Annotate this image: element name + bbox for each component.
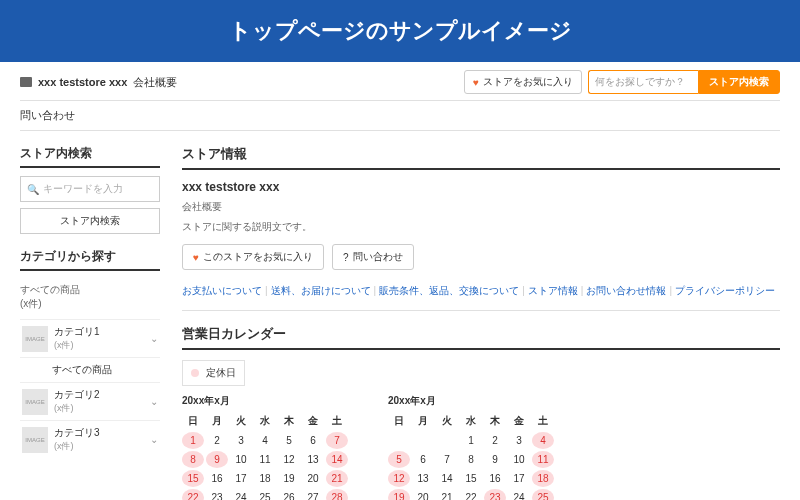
calendar-day-header: 日 bbox=[388, 412, 410, 430]
calendar-legend: 定休日 bbox=[182, 360, 245, 386]
calendar-day: 19 bbox=[388, 489, 410, 500]
sidebar-category-item[interactable]: IMAGEカテゴリ1(x件)⌄ bbox=[20, 319, 160, 357]
calendar-day: 1 bbox=[182, 432, 204, 449]
calendar-day: 9 bbox=[484, 451, 506, 468]
calendar-day: 20 bbox=[302, 470, 324, 487]
sidebar-category-item[interactable]: IMAGEカテゴリ2(x件)⌄ bbox=[20, 382, 160, 420]
contact-label: 問い合わせ bbox=[353, 250, 403, 264]
calendar-day: 7 bbox=[326, 432, 348, 449]
calendar-day: 24 bbox=[508, 489, 530, 500]
search-icon: 🔍 bbox=[27, 184, 39, 195]
breadcrumb: 会社概要 bbox=[133, 75, 177, 90]
chevron-down-icon: ⌄ bbox=[150, 434, 158, 445]
calendar-day: 16 bbox=[206, 470, 228, 487]
contact-button[interactable]: ? 問い合わせ bbox=[332, 244, 414, 270]
calendar-day: 3 bbox=[508, 432, 530, 449]
calendar-day: 27 bbox=[302, 489, 324, 500]
favorite-store-button[interactable]: ♥ ストアをお気に入り bbox=[464, 70, 582, 94]
favorite-label: ストアをお気に入り bbox=[483, 75, 573, 89]
calendar-day: 22 bbox=[182, 489, 204, 500]
question-icon: ? bbox=[343, 252, 349, 263]
search-input[interactable]: 何をお探しですか？ bbox=[588, 70, 698, 94]
calendar-day-header: 火 bbox=[436, 412, 458, 430]
category-thumb: IMAGE bbox=[22, 389, 48, 415]
info-link[interactable]: ストア情報 bbox=[528, 285, 578, 296]
info-link[interactable]: お問い合わせ情報 bbox=[586, 285, 666, 296]
calendar-day: 13 bbox=[412, 470, 434, 487]
calendar-day-header: 月 bbox=[206, 412, 228, 430]
page-banner: トップページのサンプルイメージ bbox=[0, 0, 800, 62]
calendar-title: 営業日カレンダー bbox=[182, 325, 780, 350]
add-favorite-button[interactable]: ♥ このストアをお気に入り bbox=[182, 244, 324, 270]
calendar-day: 5 bbox=[278, 432, 300, 449]
calendar-day-header: 土 bbox=[326, 412, 348, 430]
legend-label: 定休日 bbox=[206, 367, 236, 378]
calendar-day: 16 bbox=[484, 470, 506, 487]
calendar-day: 11 bbox=[532, 451, 554, 468]
calendar-day: 14 bbox=[326, 451, 348, 468]
main-desc: ストアに関する説明文です。 bbox=[182, 220, 780, 234]
calendar-day: 8 bbox=[460, 451, 482, 468]
calendar-day: 8 bbox=[182, 451, 204, 468]
calendar-day: 22 bbox=[460, 489, 482, 500]
calendar-day: 3 bbox=[230, 432, 252, 449]
sidebar-search-placeholder: キーワードを入力 bbox=[43, 182, 123, 196]
search-button[interactable]: ストア内検索 bbox=[698, 70, 780, 94]
sidebar-category-item[interactable]: IMAGEカテゴリ3(x件)⌄ bbox=[20, 420, 160, 458]
calendar-day: 26 bbox=[278, 489, 300, 500]
sidebar-category-title: カテゴリから探す bbox=[20, 248, 160, 271]
nav-contact[interactable]: 問い合わせ bbox=[20, 100, 780, 131]
calendar-day: 18 bbox=[254, 470, 276, 487]
sidebar-search-input[interactable]: 🔍 キーワードを入力 bbox=[20, 176, 160, 202]
calendar-day: 1 bbox=[460, 432, 482, 449]
calendar-day: 6 bbox=[412, 451, 434, 468]
calendar-month-title: 20xx年x月 bbox=[182, 394, 348, 408]
calendar-day: 4 bbox=[532, 432, 554, 449]
calendar-day: 12 bbox=[388, 470, 410, 487]
category-label: カテゴリ2 bbox=[54, 388, 144, 402]
calendar-day: 17 bbox=[230, 470, 252, 487]
sidebar-category-item[interactable]: すべての商品 bbox=[20, 357, 160, 382]
calendar-day-header: 木 bbox=[278, 412, 300, 430]
calendar-day: 17 bbox=[508, 470, 530, 487]
sidebar-search-button[interactable]: ストア内検索 bbox=[20, 208, 160, 234]
store-info-title: ストア情報 bbox=[182, 145, 780, 170]
calendar-day: 13 bbox=[302, 451, 324, 468]
calendar-day: 14 bbox=[436, 470, 458, 487]
calendar-day: 25 bbox=[532, 489, 554, 500]
sidebar-search-title: ストア内検索 bbox=[20, 145, 160, 168]
heart-icon: ♥ bbox=[473, 77, 479, 88]
info-link[interactable]: プライバシーポリシー bbox=[675, 285, 775, 296]
category-count: (x件) bbox=[54, 440, 144, 453]
info-link[interactable]: 販売条件、返品、交換について bbox=[379, 285, 519, 296]
calendar-day: 2 bbox=[484, 432, 506, 449]
calendar-day bbox=[412, 432, 434, 449]
chevron-down-icon: ⌄ bbox=[150, 333, 158, 344]
all-products-count: (x件) bbox=[20, 298, 42, 309]
calendar-day: 7 bbox=[436, 451, 458, 468]
info-link[interactable]: お支払いについて bbox=[182, 285, 262, 296]
calendar-day: 15 bbox=[182, 470, 204, 487]
calendar-day-header: 水 bbox=[460, 412, 482, 430]
category-label: カテゴリ3 bbox=[54, 426, 144, 440]
category-label: カテゴリ1 bbox=[54, 325, 144, 339]
category-all[interactable]: すべての商品 (x件) bbox=[20, 279, 160, 319]
calendar-day: 19 bbox=[278, 470, 300, 487]
calendar-day: 10 bbox=[508, 451, 530, 468]
category-label: すべての商品 bbox=[22, 363, 158, 377]
calendar-day: 4 bbox=[254, 432, 276, 449]
calendar-month-title: 20xx年x月 bbox=[388, 394, 554, 408]
calendar-day-header: 金 bbox=[302, 412, 324, 430]
info-link[interactable]: 送料、お届けについて bbox=[271, 285, 371, 296]
chevron-down-icon: ⌄ bbox=[150, 396, 158, 407]
calendar-day-header: 水 bbox=[254, 412, 276, 430]
top-bar: xxx teststore xxx 会社概要 ♥ ストアをお気に入り 何をお探し… bbox=[20, 70, 780, 94]
calendar-day: 18 bbox=[532, 470, 554, 487]
store-icon bbox=[20, 77, 32, 87]
calendar-day: 23 bbox=[484, 489, 506, 500]
calendar-day bbox=[436, 432, 458, 449]
category-thumb: IMAGE bbox=[22, 427, 48, 453]
main-content: ストア情報 xxx teststore xxx 会社概要 ストアに関する説明文で… bbox=[182, 145, 780, 500]
calendar-month: 20xx年x月日月火水木金土12345678910111213141516171… bbox=[388, 394, 554, 500]
calendar-day: 24 bbox=[230, 489, 252, 500]
